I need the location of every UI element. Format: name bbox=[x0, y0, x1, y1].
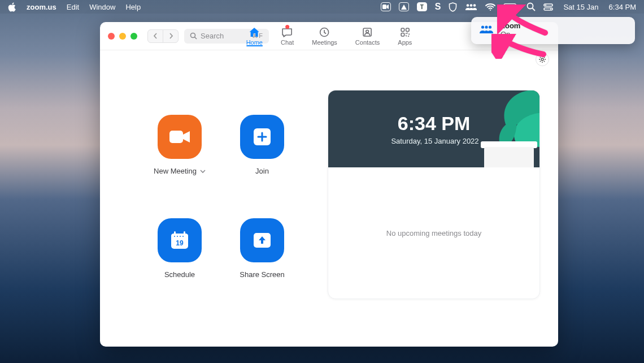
zoom-camera-menubar-icon[interactable] bbox=[381, 2, 391, 11]
window-content: New Meeting Join 19 Sch bbox=[100, 50, 558, 317]
fullscreen-window-button[interactable] bbox=[130, 33, 137, 40]
close-window-button[interactable] bbox=[108, 33, 115, 40]
settings-button[interactable] bbox=[536, 53, 549, 66]
join-action[interactable]: Join bbox=[225, 115, 299, 196]
new-meeting-label: New Meeting bbox=[154, 167, 197, 175]
search-placeholder: Search bbox=[201, 32, 224, 40]
svg-point-12 bbox=[550, 8, 551, 10]
chat-unread-badge bbox=[285, 25, 289, 29]
svg-point-16 bbox=[366, 30, 369, 33]
svg-point-3 bbox=[473, 4, 476, 7]
window-traffic-lights bbox=[108, 33, 137, 40]
svg-rect-19 bbox=[401, 33, 404, 37]
home-icon bbox=[249, 27, 260, 38]
banner-time: 6:34 PM bbox=[398, 113, 471, 135]
svg-point-30 bbox=[180, 236, 181, 237]
action-grid: New Meeting Join 19 Sch bbox=[118, 90, 299, 299]
nav-back-button[interactable] bbox=[147, 29, 163, 43]
macos-menubar: zoom.us Edit Window Help T S bbox=[0, 0, 644, 14]
triangle-menubar-icon[interactable] bbox=[399, 2, 409, 11]
svg-point-13 bbox=[191, 33, 195, 38]
desktop: zoom.us Edit Window Help T S bbox=[0, 0, 644, 363]
zoom-main-window: Search ⌘F Home Chat bbox=[100, 22, 558, 347]
no-meetings-text: No upcoming meetings today bbox=[328, 167, 539, 299]
svg-point-8 bbox=[528, 3, 533, 9]
svg-point-2 bbox=[470, 4, 473, 7]
control-center-icon[interactable] bbox=[543, 3, 553, 11]
svg-rect-26 bbox=[174, 231, 176, 236]
svg-point-21 bbox=[541, 58, 543, 60]
schedule-tile: 19 bbox=[158, 218, 202, 262]
tab-chat[interactable]: Chat bbox=[281, 25, 294, 46]
share-screen-label: Share Screen bbox=[240, 270, 285, 279]
video-camera-icon bbox=[168, 128, 191, 145]
new-meeting-action[interactable]: New Meeting bbox=[143, 115, 216, 196]
svg-text:19: 19 bbox=[176, 239, 184, 247]
letter-s-menubar-icon[interactable]: S bbox=[435, 2, 441, 12]
svg-rect-20 bbox=[406, 33, 409, 37]
popover-name: Zoom bbox=[501, 22, 520, 31]
share-arrow-icon bbox=[252, 231, 272, 249]
people-menubar-icon[interactable] bbox=[465, 3, 477, 11]
battery-icon[interactable] bbox=[503, 3, 519, 11]
main-tabs: Home Chat Meetings bbox=[246, 25, 412, 46]
schedule-label: Schedule bbox=[164, 270, 195, 279]
svg-point-1 bbox=[467, 4, 469, 7]
nav-forward-button[interactable] bbox=[163, 29, 179, 43]
menubar-item-edit[interactable]: Edit bbox=[67, 3, 79, 11]
svg-rect-18 bbox=[406, 28, 409, 32]
svg-rect-17 bbox=[401, 28, 404, 32]
menubar-item-window[interactable]: Window bbox=[89, 3, 115, 11]
letter-t-menubar-icon[interactable]: T bbox=[417, 2, 427, 11]
menubar-item-help[interactable]: Help bbox=[125, 3, 141, 11]
spotlight-search-icon[interactable] bbox=[526, 2, 536, 11]
contacts-icon bbox=[363, 27, 373, 38]
tab-contacts[interactable]: Contacts bbox=[355, 25, 380, 46]
svg-point-29 bbox=[177, 236, 178, 237]
time-banner: 6:34 PM Saturday, 15 January 2022 bbox=[328, 90, 539, 167]
svg-point-36 bbox=[489, 25, 491, 28]
chevron-down-icon[interactable] bbox=[200, 167, 206, 175]
svg-point-28 bbox=[174, 236, 175, 237]
svg-rect-25 bbox=[171, 234, 188, 238]
join-tile bbox=[240, 115, 284, 159]
upcoming-panel: 6:34 PM Saturday, 15 January 2022 No upc… bbox=[328, 90, 540, 299]
clock-icon bbox=[320, 27, 330, 38]
svg-rect-7 bbox=[517, 6, 518, 8]
apple-logo-icon[interactable] bbox=[8, 2, 16, 12]
shield-menubar-icon[interactable] bbox=[449, 2, 457, 12]
svg-point-35 bbox=[485, 25, 488, 28]
wifi-icon[interactable] bbox=[485, 3, 495, 11]
svg-rect-0 bbox=[382, 5, 386, 9]
svg-point-4 bbox=[490, 9, 491, 10]
svg-rect-22 bbox=[169, 131, 183, 143]
schedule-action[interactable]: 19 Schedule bbox=[143, 218, 216, 299]
tab-home[interactable]: Home bbox=[246, 25, 263, 46]
share-screen-action[interactable]: Share Screen bbox=[225, 218, 299, 299]
menubar-date[interactable]: Sat 15 Jan bbox=[563, 3, 598, 11]
zoom-status-popover[interactable]: Zoom On bbox=[471, 17, 635, 44]
tab-apps[interactable]: Apps bbox=[398, 25, 412, 46]
apps-icon bbox=[400, 27, 410, 38]
menubar-time[interactable]: 6:34 PM bbox=[609, 3, 636, 11]
people-icon bbox=[479, 25, 494, 36]
calendar-icon: 19 bbox=[169, 230, 190, 250]
menubar-app-name[interactable]: zoom.us bbox=[27, 3, 56, 11]
gear-icon bbox=[538, 55, 546, 63]
minimize-window-button[interactable] bbox=[119, 33, 126, 40]
plant-pot bbox=[484, 147, 534, 167]
search-icon bbox=[190, 32, 197, 40]
new-meeting-tile bbox=[158, 115, 202, 159]
join-label: Join bbox=[255, 167, 269, 175]
svg-point-10 bbox=[545, 5, 546, 6]
svg-rect-27 bbox=[184, 231, 185, 236]
svg-point-31 bbox=[182, 236, 184, 237]
plus-icon bbox=[253, 127, 272, 146]
share-screen-tile bbox=[240, 218, 284, 262]
svg-point-34 bbox=[481, 25, 484, 28]
tab-meetings[interactable]: Meetings bbox=[312, 25, 337, 46]
popover-state: On bbox=[501, 31, 520, 39]
